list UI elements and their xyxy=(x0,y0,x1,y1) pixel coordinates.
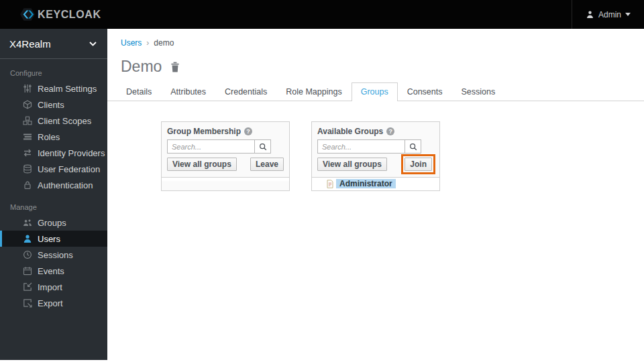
page-title-row: Demo xyxy=(107,48,644,76)
sidebar-item-label: Authentication xyxy=(38,180,93,190)
sliders-icon xyxy=(22,84,32,94)
sidebar-item-client-scopes[interactable]: Client Scopes xyxy=(0,113,107,129)
tab-bar: Details Attributes Credentials Role Mapp… xyxy=(107,82,644,101)
sidebar-item-groups[interactable]: Groups xyxy=(0,215,107,231)
page-title: Demo xyxy=(121,58,162,76)
import-icon xyxy=(22,282,32,292)
brand-text: KEYCLOAK xyxy=(38,9,101,21)
sidebar-item-label: Import xyxy=(38,282,62,292)
keycloak-logo[interactable]: KEYCLOAK xyxy=(20,7,101,21)
available-search-button[interactable] xyxy=(405,139,421,154)
sidebar-item-label: Groups xyxy=(38,218,66,228)
membership-search-input[interactable] xyxy=(167,139,254,154)
sidebar-item-label: User Federation xyxy=(38,164,100,174)
tab-role-mappings[interactable]: Role Mappings xyxy=(276,82,351,101)
keycloak-logo-icon xyxy=(20,7,35,21)
delete-user-icon[interactable] xyxy=(170,62,180,72)
caret-down-icon xyxy=(625,13,631,16)
tab-consents[interactable]: Consents xyxy=(398,82,452,101)
help-icon[interactable]: ? xyxy=(244,127,252,135)
sidebar-item-user-federation[interactable]: User Federation xyxy=(0,161,107,177)
cubes-icon xyxy=(22,116,32,126)
tab-details[interactable]: Details xyxy=(117,82,161,101)
help-icon[interactable]: ? xyxy=(386,127,394,135)
group-item-administrator[interactable]: Administrator xyxy=(312,178,439,190)
join-button-highlight: Join xyxy=(405,158,432,171)
export-icon xyxy=(22,298,32,308)
leave-button[interactable]: Leave xyxy=(250,158,284,171)
realm-name: X4Realm xyxy=(9,38,51,50)
sidebar-item-identity-providers[interactable]: Identity Providers xyxy=(0,145,107,161)
user-icon xyxy=(586,10,594,19)
sidebar-item-label: Client Scopes xyxy=(38,116,91,126)
group-label: Administrator xyxy=(336,179,396,188)
sidebar-section-configure: Configure xyxy=(10,69,107,77)
groups-panels: Group Membership ? View all groups Leave xyxy=(161,121,644,191)
sidebar-item-label: Sessions xyxy=(38,250,73,260)
breadcrumb: Users›demo xyxy=(107,29,644,48)
list-icon xyxy=(22,132,32,142)
group-membership-title: Group Membership xyxy=(167,127,241,136)
main-content: Users›demo Demo Details Attributes Crede… xyxy=(107,29,644,191)
breadcrumb-link-users[interactable]: Users xyxy=(121,38,142,48)
tab-attributes[interactable]: Attributes xyxy=(161,82,215,101)
sidebar-section-manage: Manage xyxy=(10,203,107,211)
sidebar-item-label: Realm Settings xyxy=(38,84,97,94)
user-icon xyxy=(22,234,32,244)
membership-view-all-groups-button[interactable]: View all groups xyxy=(167,158,237,171)
sidebar-item-sessions[interactable]: Sessions xyxy=(0,247,107,263)
file-icon xyxy=(327,180,333,188)
available-search-input[interactable] xyxy=(317,139,405,154)
lock-icon xyxy=(22,180,32,190)
cube-icon xyxy=(22,100,32,110)
tab-credentials[interactable]: Credentials xyxy=(215,82,276,101)
user-menu[interactable]: Admin xyxy=(572,0,631,29)
available-view-all-groups-button[interactable]: View all groups xyxy=(317,158,387,171)
sidebar-item-label: Identity Providers xyxy=(38,148,105,158)
clock-icon xyxy=(22,250,32,260)
search-icon xyxy=(409,143,417,151)
calendar-icon xyxy=(22,266,32,276)
sidebar-item-label: Events xyxy=(38,266,64,276)
group-users-icon xyxy=(22,218,32,228)
available-groups-panel: Available Groups ? View all groups Join xyxy=(311,121,440,191)
sidebar-item-export[interactable]: Export xyxy=(0,295,107,311)
group-membership-panel: Group Membership ? View all groups Leave xyxy=(161,121,290,191)
sidebar-item-users[interactable]: Users xyxy=(0,231,107,247)
join-button[interactable]: Join xyxy=(405,158,432,171)
chevron-down-icon xyxy=(89,42,97,46)
sidebar-item-label: Clients xyxy=(38,100,64,110)
exchange-arrows-icon xyxy=(22,148,32,158)
sidebar-item-label: Roles xyxy=(38,132,60,142)
sidebar-item-realm-settings[interactable]: Realm Settings xyxy=(0,80,107,97)
sidebar: X4Realm Configure Realm Settings Clients… xyxy=(0,29,107,360)
membership-group-list[interactable] xyxy=(162,177,289,181)
tab-groups[interactable]: Groups xyxy=(352,82,398,101)
tab-sessions[interactable]: Sessions xyxy=(451,82,504,101)
sidebar-item-authentication[interactable]: Authentication xyxy=(0,177,107,193)
available-groups-title: Available Groups xyxy=(317,127,383,136)
sidebar-item-clients[interactable]: Clients xyxy=(0,97,107,113)
available-group-list: Administrator xyxy=(312,177,439,190)
user-label: Admin xyxy=(598,10,621,19)
topbar: KEYCLOAK Admin xyxy=(0,0,644,29)
sidebar-item-label: Users xyxy=(38,234,60,244)
search-icon xyxy=(259,143,267,151)
sidebar-item-roles[interactable]: Roles xyxy=(0,129,107,145)
realm-selector[interactable]: X4Realm xyxy=(0,29,107,59)
sidebar-item-events[interactable]: Events xyxy=(0,263,107,279)
database-icon xyxy=(22,164,32,174)
sidebar-item-label: Export xyxy=(38,298,63,308)
breadcrumb-current: demo xyxy=(154,38,174,48)
membership-search-button[interactable] xyxy=(254,139,271,154)
sidebar-item-import[interactable]: Import xyxy=(0,279,107,295)
breadcrumb-separator: › xyxy=(146,38,149,48)
